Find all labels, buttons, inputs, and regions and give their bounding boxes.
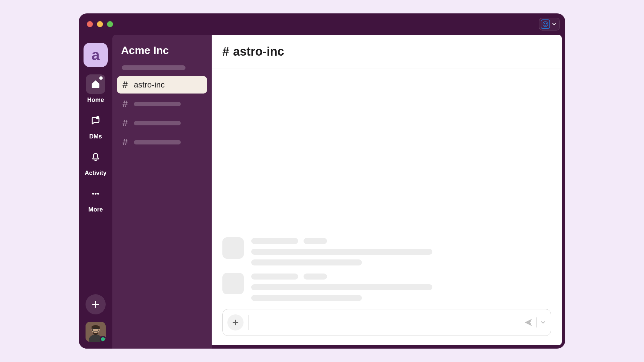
app-window: a Home DMs — [79, 13, 565, 349]
chevron-down-icon — [551, 21, 557, 27]
left-rail: a Home DMs — [79, 35, 112, 349]
line-skeleton — [304, 274, 327, 280]
line-skeleton — [251, 249, 432, 255]
bell-icon — [91, 152, 101, 162]
channel-astro-inc[interactable]: # astro-inc — [117, 76, 207, 94]
svg-point-3 — [96, 116, 99, 119]
notification-dot — [99, 76, 103, 80]
plus-icon — [231, 318, 239, 326]
channel-content: # astro-inc — [212, 35, 562, 345]
channel-skeleton — [134, 121, 181, 125]
line-skeleton — [251, 295, 362, 301]
home-icon — [91, 79, 101, 89]
svg-point-4 — [92, 193, 94, 195]
traffic-lights — [87, 21, 113, 27]
dms-icon — [91, 116, 101, 126]
create-new-button[interactable] — [86, 294, 106, 314]
channel-skeleton — [134, 102, 181, 106]
nav-activity-label: Activity — [85, 170, 106, 177]
titlebar — [79, 13, 565, 35]
nav-more-label: More — [88, 206, 103, 213]
separator — [536, 317, 537, 327]
channel-title: astro-inc — [233, 45, 284, 59]
hash-icon: # — [122, 118, 128, 128]
presence-indicator — [100, 336, 106, 342]
channel-placeholder[interactable]: # — [117, 95, 207, 113]
activity-icon-box — [86, 147, 105, 167]
workspace-name[interactable]: Acme Inc — [117, 44, 207, 65]
channel-skeleton — [134, 140, 181, 144]
workspace-button[interactable]: a — [84, 43, 108, 67]
more-icon-box — [86, 184, 105, 203]
nav-activity[interactable]: Activity — [85, 147, 106, 177]
sidebar-skeleton-section — [122, 65, 185, 70]
agenty-icon — [541, 19, 550, 29]
svg-point-2 — [546, 23, 547, 24]
nav-dms-label: DMs — [89, 133, 102, 140]
svg-point-0 — [543, 22, 548, 27]
avatar-skeleton — [222, 237, 244, 259]
line-skeleton — [251, 259, 362, 265]
hash-icon: # — [122, 137, 128, 147]
hash-icon: # — [222, 45, 229, 59]
user-avatar[interactable] — [86, 322, 106, 342]
send-controls — [524, 317, 546, 327]
send-icon[interactable] — [524, 318, 533, 327]
svg-point-6 — [97, 193, 99, 195]
svg-point-5 — [95, 193, 97, 195]
line-skeleton — [251, 274, 298, 280]
message-composer — [222, 309, 551, 336]
separator — [248, 315, 249, 330]
channel-name-label: astro-inc — [134, 80, 165, 89]
hash-icon: # — [122, 79, 128, 90]
window-minimize-button[interactable] — [97, 21, 103, 27]
main-area: a Home DMs — [79, 35, 565, 349]
svg-point-1 — [544, 23, 545, 24]
line-skeleton — [251, 284, 432, 290]
nav-more[interactable]: More — [86, 184, 105, 213]
message-input[interactable] — [253, 309, 519, 336]
message-skeleton — [222, 273, 551, 301]
dms-icon-box — [86, 111, 105, 130]
channel-placeholder[interactable]: # — [117, 114, 207, 132]
channel-sidebar: Acme Inc # astro-inc # # # — [112, 35, 212, 349]
avatar-skeleton — [222, 273, 244, 294]
channel-header[interactable]: # astro-inc — [212, 35, 562, 68]
nav-home-label: Home — [87, 97, 104, 104]
nav-home[interactable]: Home — [86, 74, 105, 104]
hash-icon: # — [122, 99, 128, 109]
workspace-menu-button[interactable] — [539, 18, 560, 31]
window-maximize-button[interactable] — [107, 21, 113, 27]
nav-dms[interactable]: DMs — [86, 111, 105, 140]
ellipsis-icon — [91, 189, 101, 199]
home-icon-box — [86, 74, 105, 94]
workspace-letter: a — [92, 47, 100, 63]
channel-placeholder[interactable]: # — [117, 133, 207, 151]
plus-icon — [91, 300, 100, 309]
window-close-button[interactable] — [87, 21, 93, 27]
line-skeleton — [251, 238, 298, 244]
attach-button[interactable] — [227, 314, 244, 330]
line-skeleton — [304, 238, 327, 244]
chevron-down-icon[interactable] — [540, 319, 546, 325]
message-skeleton — [222, 237, 551, 265]
message-list — [212, 68, 562, 304]
